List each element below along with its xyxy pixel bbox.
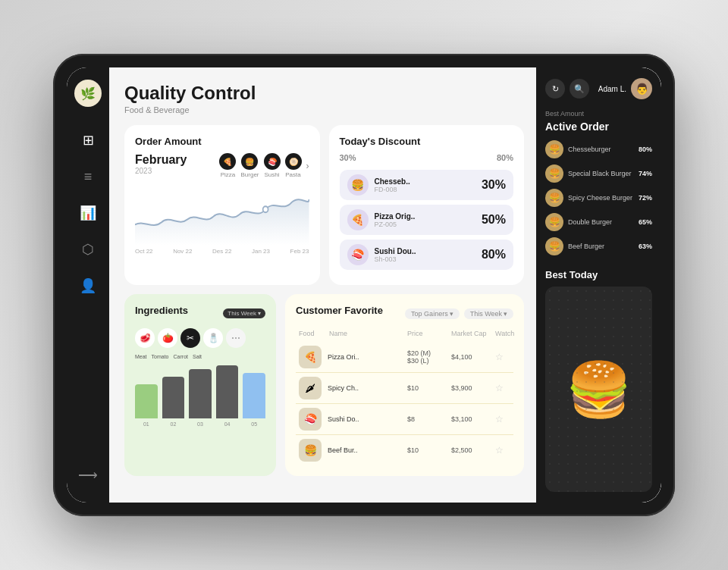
order-item-special-black: 🍔 Special Black Burger 74% [545, 164, 652, 183]
beef-fav-market: $2,500 [451, 446, 489, 454]
main-content: Quality Control Food & Beverage Order Am… [109, 67, 661, 503]
app-logo[interactable]: 🌿 [74, 80, 102, 107]
chesseburger-pct: 30% [482, 178, 506, 192]
discount-item-pizza: 🍕 Pizza Orig.. PZ-005 50% [340, 205, 514, 235]
col-watch: Watch [495, 330, 510, 337]
pizza-fav-img: 🍕 [299, 346, 322, 368]
spicy-cheese-img: 🍔 [545, 189, 563, 207]
ingredient-labels: Meat Tomato Carrot Salt [135, 354, 265, 359]
search-button[interactable]: 🔍 [570, 79, 589, 99]
page-subtitle: Food & Beverage [124, 105, 524, 114]
this-week-filter[interactable]: This Week ▾ [464, 308, 513, 319]
chart-icon: 📊 [80, 205, 96, 221]
dashboard-icon: ⊞ [83, 132, 94, 149]
logout-icon: ⟶ [78, 467, 98, 484]
top-gainers-filter[interactable]: Top Gainers ▾ [405, 308, 460, 319]
sidebar-item-menu[interactable]: ≡ [73, 161, 103, 192]
chart-label-jan: Jan 23 [252, 248, 270, 255]
dashboard-area: Quality Control Food & Beverage Order Am… [109, 67, 536, 503]
sushi-label: Sushi [264, 171, 279, 178]
spicy-cheese-name: Spicy Cheese Burger [568, 194, 634, 202]
ingredients-header: Ingredients This Week ▾ [135, 305, 265, 322]
refresh-button[interactable]: ↻ [545, 79, 565, 99]
spicy-fav-name: Spicy Ch.. [328, 384, 401, 392]
sidebar-item-chart[interactable]: 📊 [73, 198, 103, 228]
food-icons-row: 🍕 Pizza 🍔 Burger 🍣 Su [219, 153, 309, 178]
line-chart-svg [135, 184, 309, 245]
bar-label-05: 05 [243, 421, 265, 427]
discount-pct-low: 30% [340, 153, 356, 162]
food-item-pasta: 🫓 Pasta [285, 153, 302, 178]
spicy-fav-market: $3,900 [451, 384, 489, 392]
pizza-fav-price: $20 (M)$30 (L) [407, 349, 445, 365]
beef-burger-img: 🍔 [545, 237, 563, 255]
right-panel: ↻ 🔍 Adam L. 👨 Be [536, 67, 661, 503]
sushi-watch-icon[interactable]: ☆ [495, 414, 510, 424]
salt-label: Salt [193, 354, 202, 359]
bar-05 [243, 373, 265, 418]
chesseburger-name: Chesseb.. [375, 177, 482, 186]
order-amount-card: Order Amount February 2023 🍕 Pizza [124, 125, 320, 285]
header-icons: ↻ 🔍 [545, 79, 589, 99]
beef-burger-pct: 63% [639, 243, 652, 250]
pizza-watch-icon[interactable]: ☆ [495, 352, 510, 362]
chesseburger-order-img: 🍔 [545, 140, 563, 158]
chart-labels: Oct 22 Nov 22 Des 22 Jan 23 Feb 23 [135, 248, 309, 255]
best-today-image: 🍔 [545, 287, 652, 492]
pizza-fav-market: $4,100 [451, 353, 489, 361]
pizza-disc-code: PZ-005 [375, 221, 482, 228]
tomato-icon: 🍅 [158, 328, 177, 348]
fav-row-sushi: 🍣 Sushi Do.. $8 $3,100 ☆ [296, 404, 513, 435]
fav-header: Customer Favorite Top Gainers ▾ This Wee… [296, 305, 513, 322]
fav-row-spicy: 🌶 Spicy Ch.. $10 $3,900 ☆ [296, 373, 513, 404]
sidebar-item-dashboard[interactable]: ⊞ [73, 125, 103, 155]
bottom-row: Ingredients This Week ▾ 🥩 🍅 ✂ 🧂 [124, 294, 524, 476]
expand-food-icon[interactable]: › [306, 161, 309, 171]
sidebar-item-user[interactable]: 👤 [73, 271, 103, 301]
svg-rect-2 [545, 287, 652, 492]
page-title: Quality Control [124, 83, 524, 104]
pasta-label: Pasta [285, 171, 300, 178]
right-panel-header: ↻ 🔍 Adam L. 👨 [545, 78, 652, 99]
spicy-watch-icon[interactable]: ☆ [495, 383, 510, 393]
sushi-disc-info: Sushi Dou.. Sh-003 [375, 247, 482, 263]
bar-label-04: 04 [216, 421, 239, 427]
fav-title: Customer Favorite [296, 305, 383, 316]
search-icon: 🔍 [574, 84, 585, 94]
spicy-cheese-pct: 72% [639, 194, 652, 202]
sushi-disc-img: 🍣 [347, 244, 369, 265]
chesseburger-order-pct: 80% [639, 146, 652, 153]
sushi-fav-img: 🍣 [299, 408, 322, 431]
beef-fav-price: $10 [407, 446, 445, 454]
this-week-label: This Week [470, 310, 502, 318]
chesseburger-code: FD-008 [375, 186, 482, 193]
sidebar-item-inventory[interactable]: ⬡ [73, 234, 103, 265]
sushi-fav-name: Sushi Do.. [328, 415, 401, 423]
user-name: Adam L. [598, 85, 626, 93]
pizza-disc-info: Pizza Orig.. PZ-005 [375, 212, 482, 228]
sushi-fav-market: $3,100 [451, 415, 489, 423]
chesseburger-img: 🍔 [347, 174, 369, 196]
pizza-icon: 🍕 [219, 153, 236, 170]
special-black-pct: 74% [639, 170, 652, 177]
order-amount-header: February 2023 🍕 Pizza 🍔 [135, 153, 309, 178]
top-section: Quality Control Food & Beverage Order Am… [109, 67, 661, 503]
sidebar-item-logout[interactable]: ⟶ [73, 460, 103, 490]
more-ingredients-icon[interactable]: ⋯ [226, 328, 246, 348]
user-avatar: 👨 [631, 78, 652, 99]
spicy-fav-img: 🌶 [299, 377, 322, 399]
sushi-disc-code: Sh-003 [375, 255, 482, 263]
discount-pct-high: 80% [497, 153, 513, 162]
order-amount-title: Order Amount [135, 136, 309, 147]
order-item-beef: 🍔 Beef Burger 63% [545, 237, 652, 255]
fav-table-header: Food Name Price Market Cap Watch [296, 330, 513, 337]
ingredients-icons: 🥩 🍅 ✂ 🧂 ⋯ [135, 328, 265, 348]
beef-watch-icon[interactable]: ☆ [495, 445, 510, 456]
ingredients-filter[interactable]: This Week ▾ [223, 308, 265, 318]
cards-row: Order Amount February 2023 🍕 Pizza [124, 125, 524, 285]
col-market: Market Cap [451, 330, 489, 337]
top-gainers-label: Top Gainers [411, 310, 448, 318]
bar-label-03: 03 [189, 421, 212, 427]
discount-title: Today's Discount [340, 136, 514, 147]
order-item-chesseburger: 🍔 Chesseburger 80% [545, 140, 652, 158]
